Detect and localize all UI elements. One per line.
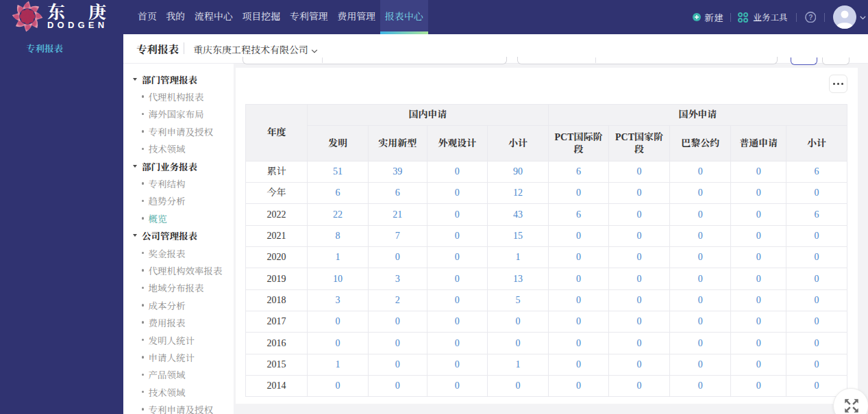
svg-text:?: ? <box>808 14 813 21</box>
